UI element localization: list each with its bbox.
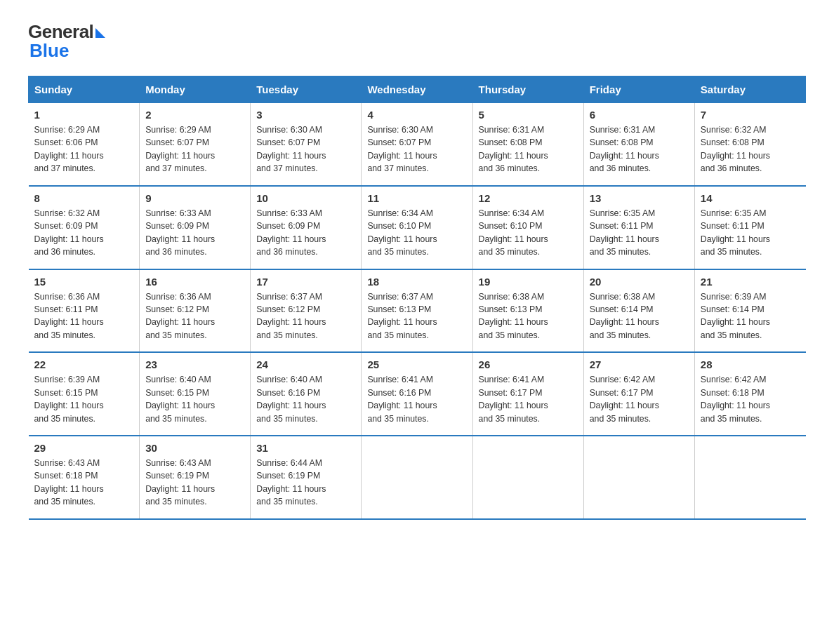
day-number: 21: [701, 276, 800, 288]
day-number: 10: [256, 192, 355, 204]
calendar-cell: 16Sunrise: 6:36 AMSunset: 6:12 PMDayligh…: [140, 269, 251, 353]
day-number: 5: [479, 109, 578, 121]
day-info: Sunrise: 6:32 AMSunset: 6:08 PMDaylight:…: [701, 123, 800, 175]
day-number: 6: [590, 109, 689, 121]
day-info: Sunrise: 6:38 AMSunset: 6:14 PMDaylight:…: [590, 290, 689, 342]
day-info: Sunrise: 6:42 AMSunset: 6:17 PMDaylight:…: [590, 373, 689, 425]
day-info: Sunrise: 6:35 AMSunset: 6:11 PMDaylight:…: [590, 207, 689, 259]
calendar-cell: 2Sunrise: 6:29 AMSunset: 6:07 PMDaylight…: [140, 103, 251, 186]
calendar-cell: 10Sunrise: 6:33 AMSunset: 6:09 PMDayligh…: [251, 186, 362, 269]
day-number: 24: [256, 358, 355, 370]
logo: General Blue: [28, 21, 105, 62]
calendar-cell: 17Sunrise: 6:37 AMSunset: 6:12 PMDayligh…: [251, 269, 362, 353]
calendar-cell: 26Sunrise: 6:41 AMSunset: 6:17 PMDayligh…: [472, 352, 583, 436]
day-info: Sunrise: 6:36 AMSunset: 6:11 PMDaylight:…: [34, 290, 134, 342]
day-info: Sunrise: 6:40 AMSunset: 6:15 PMDaylight:…: [145, 373, 244, 425]
day-number: 20: [590, 276, 689, 288]
day-number: 12: [479, 192, 578, 204]
day-info: Sunrise: 6:43 AMSunset: 6:19 PMDaylight:…: [145, 457, 244, 509]
day-number: 2: [145, 109, 244, 121]
weekday-header-tuesday: Tuesday: [251, 76, 362, 103]
weekday-header-friday: Friday: [583, 76, 694, 103]
day-info: Sunrise: 6:35 AMSunset: 6:11 PMDaylight:…: [701, 207, 800, 259]
day-number: 9: [145, 192, 244, 204]
day-number: 7: [701, 109, 800, 121]
calendar-cell: 14Sunrise: 6:35 AMSunset: 6:11 PMDayligh…: [694, 186, 805, 269]
day-info: Sunrise: 6:39 AMSunset: 6:15 PMDaylight:…: [34, 373, 134, 425]
calendar-week-row: 1Sunrise: 6:29 AMSunset: 6:06 PMDaylight…: [29, 103, 806, 186]
day-number: 22: [34, 358, 134, 370]
day-number: 15: [34, 276, 134, 288]
calendar-header-row: SundayMondayTuesdayWednesdayThursdayFrid…: [29, 76, 806, 103]
day-number: 23: [145, 358, 244, 370]
calendar-cell: 29Sunrise: 6:43 AMSunset: 6:18 PMDayligh…: [29, 436, 140, 519]
day-info: Sunrise: 6:37 AMSunset: 6:13 PMDaylight:…: [367, 290, 466, 342]
calendar-cell: 31Sunrise: 6:44 AMSunset: 6:19 PMDayligh…: [251, 436, 362, 519]
calendar-cell: 22Sunrise: 6:39 AMSunset: 6:15 PMDayligh…: [29, 352, 140, 436]
day-number: 4: [367, 109, 466, 121]
day-info: Sunrise: 6:33 AMSunset: 6:09 PMDaylight:…: [145, 207, 244, 259]
calendar-week-row: 15Sunrise: 6:36 AMSunset: 6:11 PMDayligh…: [29, 269, 806, 353]
day-info: Sunrise: 6:32 AMSunset: 6:09 PMDaylight:…: [34, 207, 134, 259]
calendar-week-row: 22Sunrise: 6:39 AMSunset: 6:15 PMDayligh…: [29, 352, 806, 436]
calendar-week-row: 8Sunrise: 6:32 AMSunset: 6:09 PMDaylight…: [29, 186, 806, 269]
day-info: Sunrise: 6:31 AMSunset: 6:08 PMDaylight:…: [479, 123, 578, 175]
day-number: 26: [479, 358, 578, 370]
calendar-cell: [583, 436, 694, 519]
day-number: 19: [479, 276, 578, 288]
calendar-cell: 15Sunrise: 6:36 AMSunset: 6:11 PMDayligh…: [29, 269, 140, 353]
calendar-cell: 24Sunrise: 6:40 AMSunset: 6:16 PMDayligh…: [251, 352, 362, 436]
calendar-cell: [694, 436, 805, 519]
calendar-cell: [362, 436, 472, 519]
calendar-cell: 30Sunrise: 6:43 AMSunset: 6:19 PMDayligh…: [140, 436, 251, 519]
weekday-header-saturday: Saturday: [694, 76, 805, 103]
day-info: Sunrise: 6:36 AMSunset: 6:12 PMDaylight:…: [145, 290, 244, 342]
day-info: Sunrise: 6:40 AMSunset: 6:16 PMDaylight:…: [256, 373, 355, 425]
calendar-cell: 7Sunrise: 6:32 AMSunset: 6:08 PMDaylight…: [694, 103, 805, 186]
calendar-cell: 3Sunrise: 6:30 AMSunset: 6:07 PMDaylight…: [251, 103, 362, 186]
calendar-cell: 28Sunrise: 6:42 AMSunset: 6:18 PMDayligh…: [694, 352, 805, 436]
day-info: Sunrise: 6:31 AMSunset: 6:08 PMDaylight:…: [590, 123, 689, 175]
calendar-cell: 13Sunrise: 6:35 AMSunset: 6:11 PMDayligh…: [583, 186, 694, 269]
weekday-header-sunday: Sunday: [29, 76, 140, 103]
calendar-cell: 6Sunrise: 6:31 AMSunset: 6:08 PMDaylight…: [583, 103, 694, 186]
day-number: 16: [145, 276, 244, 288]
calendar-cell: 9Sunrise: 6:33 AMSunset: 6:09 PMDaylight…: [140, 186, 251, 269]
day-number: 8: [34, 192, 134, 204]
day-number: 27: [590, 358, 689, 370]
calendar-cell: 21Sunrise: 6:39 AMSunset: 6:14 PMDayligh…: [694, 269, 805, 353]
calendar-cell: 4Sunrise: 6:30 AMSunset: 6:07 PMDaylight…: [362, 103, 472, 186]
calendar-cell: [472, 436, 583, 519]
day-number: 30: [145, 442, 244, 454]
page-header: General Blue: [28, 21, 806, 62]
day-number: 29: [34, 442, 134, 454]
day-info: Sunrise: 6:29 AMSunset: 6:07 PMDaylight:…: [145, 123, 244, 175]
calendar-cell: 18Sunrise: 6:37 AMSunset: 6:13 PMDayligh…: [362, 269, 472, 353]
day-info: Sunrise: 6:30 AMSunset: 6:07 PMDaylight:…: [367, 123, 466, 175]
day-number: 11: [367, 192, 466, 204]
calendar-cell: 25Sunrise: 6:41 AMSunset: 6:16 PMDayligh…: [362, 352, 472, 436]
day-info: Sunrise: 6:42 AMSunset: 6:18 PMDaylight:…: [701, 373, 800, 425]
day-info: Sunrise: 6:37 AMSunset: 6:12 PMDaylight:…: [256, 290, 355, 342]
day-info: Sunrise: 6:41 AMSunset: 6:17 PMDaylight:…: [479, 373, 578, 425]
calendar-cell: 23Sunrise: 6:40 AMSunset: 6:15 PMDayligh…: [140, 352, 251, 436]
day-number: 14: [701, 192, 800, 204]
calendar-table: SundayMondayTuesdayWednesdayThursdayFrid…: [28, 76, 806, 520]
day-info: Sunrise: 6:43 AMSunset: 6:18 PMDaylight:…: [34, 457, 134, 509]
calendar-cell: 11Sunrise: 6:34 AMSunset: 6:10 PMDayligh…: [362, 186, 472, 269]
day-info: Sunrise: 6:34 AMSunset: 6:10 PMDaylight:…: [479, 207, 578, 259]
day-number: 25: [367, 358, 466, 370]
day-info: Sunrise: 6:39 AMSunset: 6:14 PMDaylight:…: [701, 290, 800, 342]
weekday-header-wednesday: Wednesday: [362, 76, 472, 103]
calendar-cell: 5Sunrise: 6:31 AMSunset: 6:08 PMDaylight…: [472, 103, 583, 186]
weekday-header-monday: Monday: [140, 76, 251, 103]
day-number: 18: [367, 276, 466, 288]
day-number: 28: [701, 358, 800, 370]
day-info: Sunrise: 6:34 AMSunset: 6:10 PMDaylight:…: [367, 207, 466, 259]
day-number: 3: [256, 109, 355, 121]
calendar-cell: 27Sunrise: 6:42 AMSunset: 6:17 PMDayligh…: [583, 352, 694, 436]
day-info: Sunrise: 6:41 AMSunset: 6:16 PMDaylight:…: [367, 373, 466, 425]
calendar-cell: 1Sunrise: 6:29 AMSunset: 6:06 PMDaylight…: [29, 103, 140, 186]
logo-arrow-icon: [95, 28, 105, 38]
day-info: Sunrise: 6:30 AMSunset: 6:07 PMDaylight:…: [256, 123, 355, 175]
